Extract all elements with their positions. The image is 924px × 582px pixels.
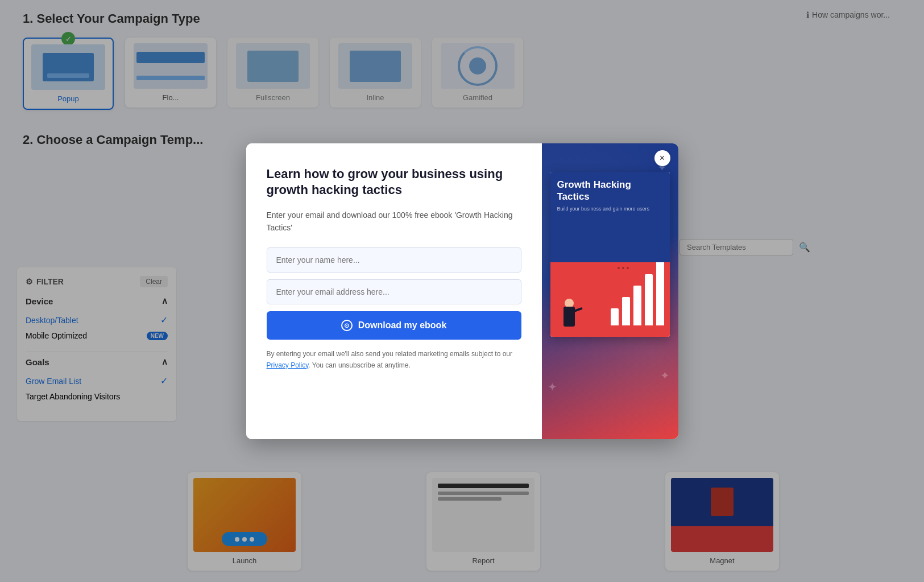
- privacy-policy-link[interactable]: Privacy Policy: [267, 361, 309, 369]
- bar-5: [656, 262, 664, 325]
- modal-right-panel: ✦ ✦ ✦ ✦ Growth Hacking Tactics Build you…: [542, 143, 678, 439]
- bar-2: [622, 297, 630, 325]
- book-top-section: Growth Hacking Tactics Build your busine…: [550, 172, 670, 263]
- modal-left-panel: Learn how to grow your business using gr…: [246, 143, 542, 439]
- bar-3: [633, 286, 641, 325]
- deco-asterisk-3: ✦: [548, 380, 557, 394]
- download-icon: ⊙: [341, 320, 353, 331]
- chart-bars: [611, 262, 664, 325]
- book-cover: Growth Hacking Tactics Build your busine…: [550, 172, 670, 337]
- modal-title: Learn how to grow your business using gr…: [267, 166, 521, 199]
- name-input[interactable]: [267, 247, 521, 273]
- bar-1: [611, 308, 619, 325]
- email-input[interactable]: [267, 279, 521, 304]
- modal-overlay: × Learn how to grow your business using …: [0, 0, 924, 582]
- bar-4: [645, 274, 653, 325]
- privacy-text: By entering your email we'll also send y…: [267, 349, 521, 370]
- deco-asterisk-4: ✦: [660, 369, 670, 382]
- modal-close-button[interactable]: ×: [654, 150, 670, 166]
- download-cta-button[interactable]: ⊙ Download my ebook: [267, 311, 521, 340]
- book-subtitle: Build your business and gain more users: [557, 206, 663, 212]
- modal-dialog: × Learn how to grow your business using …: [246, 143, 678, 439]
- figure-illustration: [555, 287, 583, 327]
- book-bottom-section: [550, 262, 670, 337]
- book-title: Growth Hacking Tactics: [557, 179, 663, 203]
- modal-description: Enter your email and download our 100% f…: [267, 209, 521, 234]
